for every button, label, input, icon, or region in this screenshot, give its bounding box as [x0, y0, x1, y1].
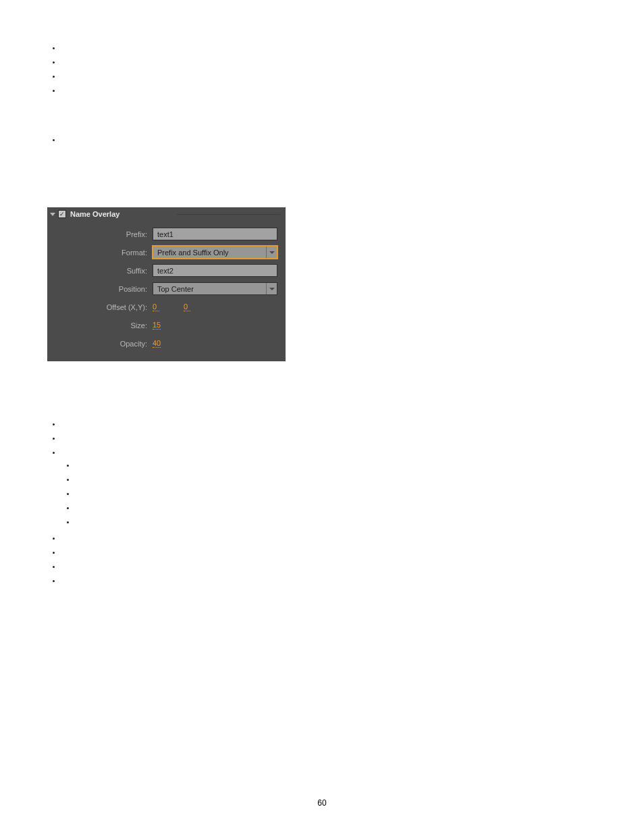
- name-overlay-checkbox[interactable]: ✓: [58, 210, 66, 218]
- opacity-label: Opacity:: [47, 340, 153, 348]
- opacity-scrub[interactable]: 40: [153, 340, 161, 348]
- collapse-triangle-icon[interactable]: [50, 213, 55, 216]
- panel-title: Name Overlay: [70, 210, 119, 218]
- suffix-label: Suffix:: [47, 267, 153, 275]
- format-dropdown[interactable]: Prefix and Suffix Only: [153, 246, 277, 259]
- offset-label: Offset (X,Y):: [47, 303, 153, 311]
- chevron-down-icon: [266, 246, 277, 258]
- size-scrub[interactable]: 15: [153, 321, 161, 330]
- position-label: Position:: [47, 285, 153, 293]
- prefix-label: Prefix:: [47, 230, 153, 238]
- prefix-input[interactable]: text1: [153, 228, 277, 240]
- name-overlay-panel: ✓ Name Overlay Prefix: text1 Format: Pre…: [47, 207, 286, 361]
- suffix-input[interactable]: text2: [153, 264, 277, 277]
- position-dropdown[interactable]: Top Center: [153, 282, 277, 295]
- page-number: 60: [0, 798, 644, 808]
- offset-x-scrub[interactable]: 0: [153, 303, 159, 311]
- format-label: Format:: [47, 249, 153, 257]
- chevron-down-icon: [266, 283, 277, 294]
- size-label: Size:: [47, 321, 153, 330]
- offset-y-scrub[interactable]: 0: [184, 303, 190, 311]
